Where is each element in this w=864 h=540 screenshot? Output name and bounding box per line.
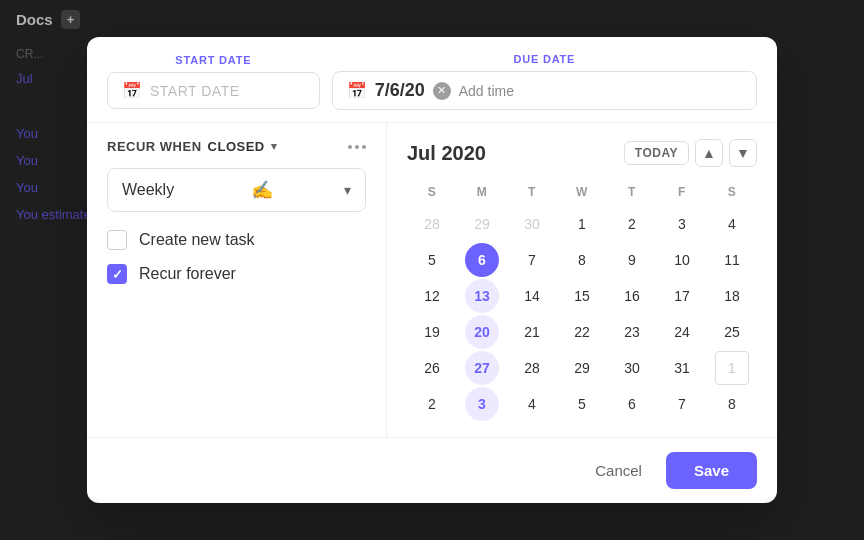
calendar-day[interactable]: 3 [465,387,499,421]
calendar-day[interactable]: 4 [515,387,549,421]
more-options-button[interactable] [348,145,366,149]
due-date-field[interactable]: 📅 7/6/20 ✕ Add time [332,71,757,110]
calendar-day[interactable]: 8 [565,243,599,277]
start-date-placeholder: START DATE [150,83,240,99]
recur-when-text: RECUR WHEN [107,139,202,154]
closed-text: CLOSED [208,139,265,154]
add-time-label[interactable]: Add time [459,83,514,99]
calendar-day[interactable]: 5 [565,387,599,421]
calendar-day[interactable]: 1 [565,207,599,241]
calendar-day[interactable]: 11 [715,243,749,277]
create-task-label: Create new task [139,231,255,249]
modal-body: RECUR WHEN CLOSED ▾ Weekly ✍ ▾ [87,123,777,437]
calendar-due-icon: 📅 [347,81,367,100]
calendar-week-0: 2829301234 [407,207,757,241]
calendar-day[interactable]: 26 [415,351,449,385]
start-date-section: START DATE 📅 START DATE [107,54,320,109]
frequency-dropdown[interactable]: Weekly ✍ ▾ [107,168,366,212]
calendar-day[interactable]: 2 [415,387,449,421]
calendar-day[interactable]: 12 [415,279,449,313]
calendar-day[interactable]: 15 [565,279,599,313]
calendar-day[interactable]: 29 [465,207,499,241]
calendar-day[interactable]: 8 [715,387,749,421]
calendar-day[interactable]: 3 [665,207,699,241]
calendar-day[interactable]: 21 [515,315,549,349]
calendar-day[interactable]: 28 [515,351,549,385]
calendar-day[interactable]: 4 [715,207,749,241]
calendar-day[interactable]: 18 [715,279,749,313]
recur-header: RECUR WHEN CLOSED ▾ [107,139,366,154]
more-dot-3 [362,145,366,149]
calendar-header: Jul 2020 TODAY ▲ ▼ [407,139,757,167]
due-date-value: 7/6/20 [375,80,425,101]
day-header-f: F [657,181,707,203]
calendar-day[interactable]: 22 [565,315,599,349]
recur-forever-checkbox[interactable] [107,264,127,284]
save-button[interactable]: Save [666,452,757,489]
more-dot-2 [355,145,359,149]
frequency-label: Weekly [122,181,174,199]
calendar-week-2: 12131415161718 [407,279,757,313]
day-header-m: M [457,181,507,203]
dropdown-arrow-icon: ▾ [344,182,351,198]
prev-month-button[interactable]: ▲ [695,139,723,167]
more-dot-1 [348,145,352,149]
recur-title: RECUR WHEN CLOSED ▾ [107,139,277,154]
calendar-day[interactable]: 17 [665,279,699,313]
due-date-section: DUE DATE 📅 7/6/20 ✕ Add time [332,53,757,110]
date-picker-modal: START DATE 📅 START DATE DUE DATE 📅 7/6/2… [87,37,777,503]
calendar-weeks: 2829301234567891011121314151617181920212… [407,207,757,421]
calendar-day[interactable]: 24 [665,315,699,349]
calendar-panel: Jul 2020 TODAY ▲ ▼ SMTWTFS 2829301234567… [387,123,777,437]
calendar-day[interactable]: 9 [615,243,649,277]
day-header-w: W [557,181,607,203]
calendar-day[interactable]: 19 [415,315,449,349]
calendar-day[interactable]: 2 [615,207,649,241]
create-task-checkbox[interactable] [107,230,127,250]
calendar-day[interactable]: 28 [415,207,449,241]
calendar-day[interactable]: 30 [615,351,649,385]
calendar-week-5: 2345678 [407,387,757,421]
calendar-day[interactable]: 13 [465,279,499,313]
calendar-week-3: 19202122232425 [407,315,757,349]
calendar-grid: SMTWTFS 28293012345678910111213141516171… [407,181,757,421]
clear-due-date-button[interactable]: ✕ [433,82,451,100]
calendar-day[interactable]: 6 [465,243,499,277]
day-header-t: T [507,181,557,203]
calendar-day[interactable]: 30 [515,207,549,241]
calendar-day[interactable]: 23 [615,315,649,349]
modal-header: START DATE 📅 START DATE DUE DATE 📅 7/6/2… [87,37,777,123]
calendar-day[interactable]: 7 [665,387,699,421]
create-new-task-row: Create new task [107,230,366,250]
recur-chevron-icon[interactable]: ▾ [271,140,278,153]
calendar-week-4: 2627282930311 [407,351,757,385]
calendar-days-header: SMTWTFS [407,181,757,203]
calendar-day[interactable]: 31 [665,351,699,385]
calendar-day[interactable]: 1 [715,351,749,385]
day-header-t: T [607,181,657,203]
cursor-hand-icon: ✍ [251,179,273,201]
calendar-day[interactable]: 16 [615,279,649,313]
calendar-day[interactable]: 7 [515,243,549,277]
calendar-day[interactable]: 14 [515,279,549,313]
start-date-field[interactable]: 📅 START DATE [107,72,320,109]
today-button[interactable]: TODAY [624,141,689,165]
calendar-day[interactable]: 29 [565,351,599,385]
recur-forever-row: Recur forever [107,264,366,284]
calendar-day[interactable]: 5 [415,243,449,277]
left-panel: RECUR WHEN CLOSED ▾ Weekly ✍ ▾ [87,123,387,437]
calendar-day[interactable]: 27 [465,351,499,385]
day-header-s: S [707,181,757,203]
calendar-day[interactable]: 10 [665,243,699,277]
next-month-button[interactable]: ▼ [729,139,757,167]
calendar-navigation: TODAY ▲ ▼ [624,139,757,167]
modal-overlay: START DATE 📅 START DATE DUE DATE 📅 7/6/2… [0,0,864,540]
modal-footer: Cancel Save [87,437,777,503]
calendar-day[interactable]: 25 [715,315,749,349]
due-date-label: DUE DATE [332,53,757,65]
cancel-button[interactable]: Cancel [583,454,654,487]
calendar-day[interactable]: 20 [465,315,499,349]
calendar-month-year: Jul 2020 [407,142,486,165]
start-date-label: START DATE [107,54,320,66]
calendar-day[interactable]: 6 [615,387,649,421]
